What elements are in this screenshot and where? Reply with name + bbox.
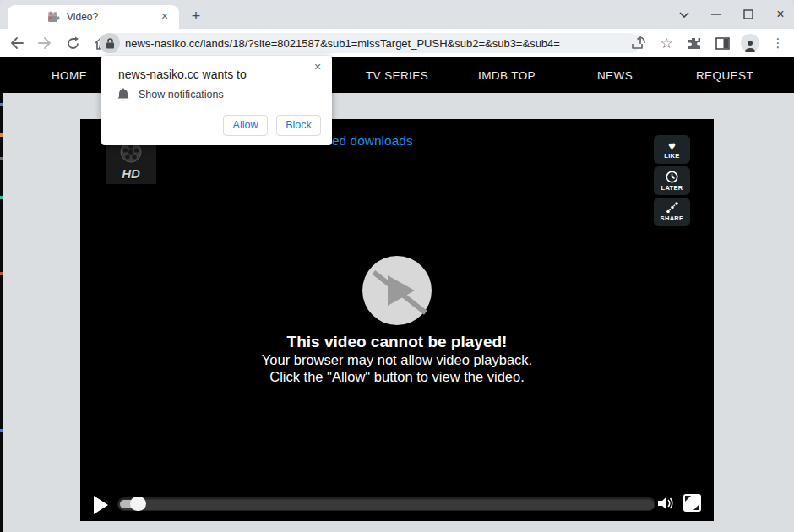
bookmark-star-icon[interactable]: ☆ (655, 32, 677, 54)
window-controls: × (677, 0, 787, 29)
block-button[interactable]: Block (276, 115, 321, 136)
notification-permission-popup: × news-nasiko.cc wants to Show notificat… (101, 56, 332, 145)
clock-icon (666, 171, 678, 183)
video-player: ed downloads HD ♥ LIKE (80, 119, 714, 521)
nav-item-home[interactable]: HOME (52, 69, 87, 82)
progress-bar[interactable] (118, 498, 655, 510)
minimize-button[interactable] (710, 8, 723, 21)
popup-permission-text: Show notifications (139, 89, 224, 100)
allow-button[interactable]: Allow (223, 115, 268, 136)
heart-icon: ♥ (668, 140, 676, 151)
browser-window: Video? × + × (0, 0, 794, 532)
reload-icon[interactable] (62, 32, 84, 54)
progress-thumb[interactable] (130, 497, 146, 511)
tab-favicon-icon (46, 10, 60, 24)
tab-title: Video? (67, 11, 98, 23)
page-content: ed downloads HD ♥ LIKE (0, 93, 794, 532)
forward-icon[interactable] (34, 32, 56, 54)
chevron-down-icon[interactable] (677, 8, 691, 21)
later-button[interactable]: LATER (654, 166, 690, 195)
fullscreen-icon[interactable] (683, 494, 701, 512)
new-tab-button[interactable]: + (188, 8, 204, 25)
extensions-puzzle-icon[interactable] (683, 32, 705, 54)
tab-close-icon[interactable]: × (157, 9, 172, 24)
download-link[interactable]: ed downloads (332, 133, 413, 149)
share-nodes-icon (666, 202, 679, 214)
profile-avatar[interactable] (739, 32, 761, 54)
avatar-person-icon (741, 34, 759, 52)
error-title: This video cannot be played! (80, 333, 714, 351)
nav-item-imdb-top[interactable]: IMDB TOP (478, 69, 536, 82)
maximize-button[interactable] (742, 8, 755, 21)
error-line1: Your browser may not allow video playbac… (80, 352, 714, 368)
lock-icon[interactable] (100, 33, 120, 53)
popup-close-icon[interactable]: × (311, 60, 324, 73)
error-line2: Click the "Allow" button to view the vid… (80, 369, 714, 385)
play-button[interactable] (94, 496, 108, 514)
browser-toolbar: news-nasiko.cc/lands/18/?site=8021587&su… (0, 29, 794, 57)
back-icon[interactable] (6, 32, 28, 54)
nav-item-news[interactable]: NEWS (597, 69, 633, 82)
playback-blocked-icon (361, 254, 433, 327)
share-nodes-button[interactable]: SHARE (654, 198, 690, 226)
bell-icon (117, 87, 130, 102)
address-bar[interactable]: news-nasiko.cc/lands/18/?site=8021587&su… (99, 33, 640, 53)
popup-title: news-nasiko.cc wants to (118, 68, 247, 81)
nav-item-tv-series[interactable]: TV SERIES (366, 69, 428, 82)
nav-item-request[interactable]: REQUEST (696, 69, 753, 82)
like-button[interactable]: ♥ LIKE (654, 135, 690, 164)
tab-bar: Video? × + × (0, 0, 794, 29)
window-close-button[interactable]: × (774, 8, 787, 21)
page-edge-strip (0, 93, 3, 532)
active-tab[interactable]: Video? × (8, 5, 179, 29)
side-panel-icon[interactable] (711, 32, 733, 54)
share-icon[interactable] (628, 32, 650, 54)
toolbar-right-icons: ☆ ⋮ (628, 29, 789, 57)
volume-icon[interactable] (656, 494, 675, 513)
url-text[interactable]: news-nasiko.cc/lands/18/?site=8021587&su… (125, 37, 560, 50)
browser-menu-kebab-icon[interactable]: ⋮ (767, 32, 789, 54)
player-action-buttons: ♥ LIKE LATER SHARE (654, 135, 690, 226)
hd-label: HD (122, 167, 140, 180)
